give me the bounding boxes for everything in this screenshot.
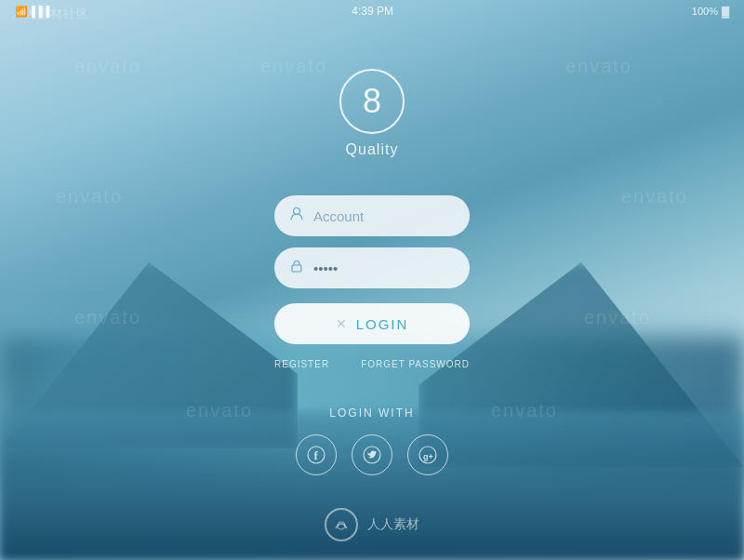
bottom-wm-text: 人人素材 bbox=[367, 516, 419, 533]
wm-logo-circle bbox=[325, 508, 358, 541]
links-row: REGISTER FORGET PASSWORD bbox=[274, 359, 470, 369]
logo-container: 8 Quality bbox=[339, 69, 405, 158]
password-input[interactable] bbox=[313, 260, 455, 276]
logo-label: Quality bbox=[346, 141, 399, 158]
status-left: 📶 ▌▌▌ bbox=[15, 6, 53, 18]
status-bar: 📶 ▌▌▌ 4:39 PM 100% ▓ bbox=[0, 0, 744, 22]
battery-level: 100% bbox=[692, 6, 718, 17]
login-button[interactable]: ✕ LOGIN bbox=[274, 303, 470, 344]
login-form: ✕ LOGIN REGISTER FORGET PASSWORD bbox=[0, 195, 744, 369]
status-right: 100% ▓ bbox=[692, 6, 729, 17]
user-icon bbox=[289, 207, 304, 225]
svg-text:g+: g+ bbox=[423, 452, 433, 461]
lock-icon bbox=[289, 259, 304, 277]
account-input[interactable] bbox=[313, 208, 455, 224]
facebook-button[interactable]: f bbox=[296, 434, 337, 475]
login-label: LOGIN bbox=[356, 316, 409, 332]
wifi-icon: 📶 bbox=[15, 6, 28, 18]
social-icons-row: f g+ bbox=[296, 434, 448, 475]
main-content: 8 Quality ✕ bbox=[0, 22, 744, 560]
signal-bars: ▌▌▌ bbox=[32, 6, 53, 17]
forget-password-link[interactable]: FORGET PASSWORD bbox=[361, 359, 470, 369]
login-with-label: LOGIN WITH bbox=[329, 407, 414, 420]
bottom-watermark: 人人素材 bbox=[325, 508, 419, 541]
register-link[interactable]: REGISTER bbox=[274, 359, 329, 369]
social-section: LOGIN WITH f g+ bbox=[296, 407, 448, 475]
logo-number: 8 bbox=[339, 69, 405, 134]
password-field-container bbox=[274, 247, 470, 288]
battery-icon: ▓ bbox=[722, 6, 729, 17]
x-icon: ✕ bbox=[336, 316, 349, 331]
svg-text:f: f bbox=[314, 448, 319, 462]
svg-rect-1 bbox=[292, 265, 301, 272]
status-time: 4:39 PM bbox=[352, 5, 393, 18]
account-field-container bbox=[274, 195, 470, 236]
googleplus-button[interactable]: g+ bbox=[407, 434, 448, 475]
twitter-button[interactable] bbox=[352, 434, 392, 475]
